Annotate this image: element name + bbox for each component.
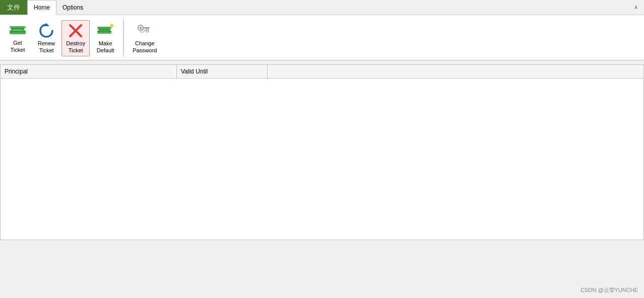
menu-item-zh[interactable]: 文件 [0, 0, 27, 15]
ribbon-buttons-tickets: GetTicket RenewTicket [4, 20, 119, 56]
svg-rect-5 [14, 30, 22, 31]
renew-ticket-label: RenewTicket [38, 40, 55, 54]
svg-rect-18 [148, 28, 149, 30]
menu-label-home: Home [34, 4, 50, 11]
svg-rect-1 [10, 28, 26, 29]
make-default-icon [96, 23, 114, 38]
watermark: CSDN @云掣YUNCHE [581, 286, 638, 294]
table-header: Principal Valid Until [1, 65, 643, 79]
change-password-label: ChangePassword [133, 40, 157, 54]
svg-rect-24 [146, 31, 147, 33]
svg-rect-17 [143, 27, 150, 29]
make-default-label: MakeDefault [97, 40, 114, 54]
svg-point-16 [140, 27, 142, 29]
svg-rect-23 [148, 31, 149, 32]
ticket-table: Principal Valid Until [0, 64, 644, 240]
menu-label-zh: 文件 [7, 3, 20, 12]
get-ticket-icon [9, 23, 27, 37]
change-password-button[interactable]: ChangePassword [128, 20, 161, 56]
renew-ticket-icon [38, 23, 55, 38]
table-body [1, 79, 643, 240]
column-header-principal: Principal [1, 65, 177, 78]
get-ticket-label: GetTicket [11, 39, 25, 54]
renew-ticket-button[interactable]: RenewTicket [33, 20, 59, 56]
svg-point-13 [110, 28, 113, 31]
svg-rect-9 [97, 27, 111, 34]
svg-rect-10 [97, 29, 111, 30]
svg-rect-22 [144, 30, 150, 31]
ribbon-group-tickets: GetTicket RenewTicket [0, 18, 123, 57]
minimize-button[interactable]: ∧ [628, 0, 644, 15]
ribbon-group-account: ChangePassword [124, 18, 165, 57]
menu-item-home[interactable]: Home [27, 0, 56, 15]
destroy-ticket-button[interactable]: DestroyTicket [61, 20, 90, 56]
column-header-extra [268, 65, 643, 78]
svg-rect-19 [146, 28, 147, 30]
ribbon: GetTicket RenewTicket [0, 15, 644, 60]
change-password-icon [136, 23, 154, 38]
svg-point-21 [142, 30, 143, 31]
menu-item-options[interactable]: Options [56, 0, 89, 15]
column-header-valid-until: Valid Until [177, 65, 268, 78]
destroy-ticket-icon [67, 23, 84, 38]
destroy-ticket-label: DestroyTicket [66, 40, 85, 54]
ribbon-buttons-account: ChangePassword [128, 20, 161, 56]
svg-rect-11 [97, 31, 111, 32]
svg-rect-2 [10, 31, 26, 32]
get-ticket-button[interactable]: GetTicket [4, 20, 31, 56]
menu-label-options: Options [62, 4, 83, 11]
menu-bar: 文件 Home Options ∧ [0, 0, 644, 15]
minimize-icon: ∧ [634, 4, 638, 11]
make-default-button[interactable]: MakeDefault [92, 20, 119, 56]
